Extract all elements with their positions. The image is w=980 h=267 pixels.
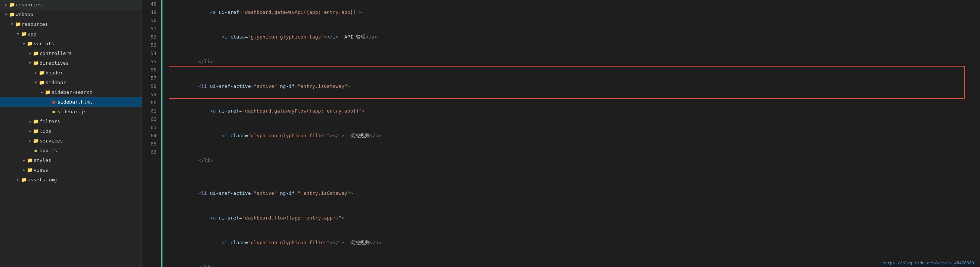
folder-icon: 📁 <box>33 128 39 134</box>
tree-item-views[interactable]: ▶ 📁 views <box>0 165 142 175</box>
tree-item-styles[interactable]: ▶ 📁 styles <box>0 155 142 165</box>
line-numbers: 48 49 50 51 52 53 54 55 56 57 58 59 60 6… <box>142 0 161 267</box>
tree-label: sidebar.js <box>57 108 87 116</box>
editor-gutter <box>161 0 169 267</box>
tree-item-assets[interactable]: ▶ 📁 assets.img <box>0 175 142 185</box>
chevron-icon: ▶ <box>27 138 33 144</box>
tree-label: header <box>46 69 63 77</box>
tree-item-sidebar[interactable]: ▼ 📁 sidebar <box>0 78 142 88</box>
folder-icon: 📁 <box>33 118 39 125</box>
tree-label: services <box>40 137 63 145</box>
chevron-icon: ▼ <box>3 11 9 18</box>
tree-item-sidebar-html[interactable]: ▶ ◼ sidebar.html <box>0 97 142 107</box>
chevron-icon: ▶ <box>27 51 33 56</box>
chevron-icon: ▶ <box>3 2 9 8</box>
folder-icon: 📁 <box>33 51 39 56</box>
tree-item-scripts[interactable]: ▼ 📁 scripts <box>0 39 142 49</box>
tree-item-header[interactable]: ▶ 📁 header <box>0 68 142 78</box>
code-line-49: <i class="glyphicon glyphicon-tags"></i>… <box>175 25 974 50</box>
folder-icon: 📁 <box>33 60 39 66</box>
chevron-icon: ▶ <box>33 70 39 76</box>
chevron-icon: ▼ <box>15 31 21 37</box>
tree-item-app[interactable]: ▼ 📁 app <box>0 29 142 39</box>
tree-label: views <box>33 166 48 174</box>
tree-item-resources-top[interactable]: ▶ 📁 resources <box>0 0 142 10</box>
tree-label: sidebar <box>46 78 66 87</box>
tree-label: assets.img <box>28 176 57 184</box>
file-html-icon: ◼ <box>51 99 57 105</box>
tree-label: sidebar.html <box>57 98 92 106</box>
code-line-53: <i class="glyphicon glyphicon-filter"></… <box>175 123 974 148</box>
tree-item-sidebar-js[interactable]: ▶ ◼ sidebar.js <box>0 107 142 117</box>
code-line-54: </li> <box>175 148 974 173</box>
tree-label: filters <box>40 117 60 126</box>
folder-icon: 📁 <box>45 90 51 95</box>
tree-label: styles <box>33 156 51 165</box>
file-tree: ▶ 📁 resources ▼ 📁 webapp ▼ 📁 resources ▼… <box>0 0 142 267</box>
tree-item-appjs[interactable]: ▶ ◼ app.js <box>0 146 142 155</box>
code-line-50: </li> <box>175 50 974 74</box>
tree-item-filters[interactable]: ▶ 📁 filters <box>0 117 142 126</box>
tree-label: libs <box>40 127 51 135</box>
tree-item-services[interactable]: ▶ 📁 services <box>0 136 142 146</box>
code-line-51: <li ui-sref-active="active" ng-if="entry… <box>175 74 974 99</box>
tree-item-directives[interactable]: ▼ 📁 directives <box>0 58 142 68</box>
code-line-52: <a ui-sref="dashboard.gatewayFlow({app: … <box>175 99 974 123</box>
folder-icon: 📁 <box>27 167 33 173</box>
chevron-icon: ▶ <box>27 118 33 125</box>
chevron-icon: ▶ <box>15 177 21 183</box>
folder-icon: 📁 <box>9 2 15 8</box>
tree-label: sidebar-search <box>51 88 92 96</box>
tree-label: directives <box>40 59 69 67</box>
code-line-59: </li> <box>175 255 974 267</box>
tree-label: webapp <box>16 10 33 19</box>
code-line-57: <a ui-sref="dashboard.flow({app: entry.a… <box>175 206 974 230</box>
chevron-icon: ▶ <box>39 90 45 95</box>
app-container: ▶ 📁 resources ▼ 📁 webapp ▼ 📁 resources ▼… <box>0 0 980 267</box>
tree-label: scripts <box>33 40 54 48</box>
file-js-icon: ◼ <box>33 148 39 154</box>
code-line-48: <a ui-sref="dashboard.gatewayApi({app: e… <box>175 0 974 25</box>
arrow-annotation <box>169 73 173 90</box>
folder-icon: 📁 <box>9 11 15 18</box>
url-bar[interactable]: https://blog.csdn.net/weixin_48420669 <box>883 261 974 265</box>
folder-icon: 📁 <box>21 177 27 183</box>
folder-icon: 📁 <box>39 80 45 86</box>
file-js-icon: ◼ <box>51 109 57 115</box>
chevron-icon: ▼ <box>9 21 15 27</box>
tree-label: app <box>28 30 36 38</box>
folder-icon: 📁 <box>15 21 21 27</box>
tree-item-resources[interactable]: ▼ 📁 resources <box>0 19 142 29</box>
code-line-56: <li ui-sref-active="active" ng-if="!entr… <box>175 181 974 206</box>
tree-item-sidebar-search[interactable]: ▶ 📁 sidebar-search <box>0 88 142 97</box>
tree-item-libs[interactable]: ▶ 📁 libs <box>0 126 142 136</box>
folder-icon: 📁 <box>39 70 45 76</box>
tree-label: controllers <box>40 50 72 58</box>
code-line-58: <i class="glyphicon glyphicon-filter"></… <box>175 230 974 255</box>
folder-icon: 📁 <box>21 31 27 37</box>
chevron-icon: ▶ <box>27 128 33 134</box>
chevron-icon: ▼ <box>27 60 33 66</box>
chevron-icon: ▼ <box>21 41 27 47</box>
tree-label: resources <box>22 20 48 29</box>
folder-icon: 📁 <box>27 41 33 47</box>
code-editor[interactable]: 48 49 50 51 52 53 54 55 56 57 58 59 60 6… <box>142 0 980 267</box>
tree-label: app.js <box>40 147 57 155</box>
tree-item-controllers[interactable]: ▶ 📁 controllers <box>0 49 142 58</box>
chevron-icon: ▶ <box>21 157 27 163</box>
chevron-icon: ▶ <box>21 167 27 173</box>
folder-icon: 📁 <box>27 157 33 163</box>
code-content[interactable]: <a ui-sref="dashboard.gatewayApi({app: e… <box>169 0 980 267</box>
tree-item-webapp[interactable]: ▼ 📁 webapp <box>0 10 142 19</box>
code-line-55 <box>175 173 974 181</box>
folder-icon: 📁 <box>33 138 39 144</box>
chevron-icon: ▼ <box>33 80 39 86</box>
tree-label: resources <box>16 1 42 9</box>
modified-indicator <box>161 0 162 267</box>
